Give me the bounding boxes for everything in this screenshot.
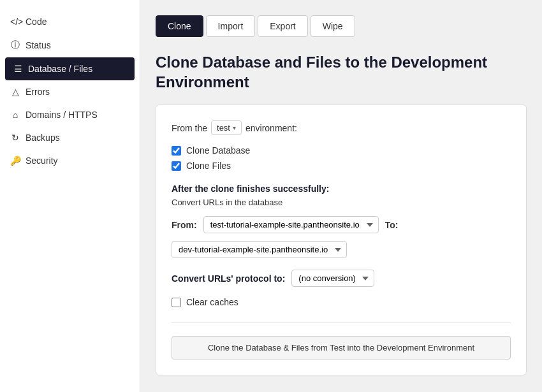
tab-import[interactable]: Import	[206, 15, 256, 37]
sidebar-item-code[interactable]: </> Code	[0, 10, 140, 33]
backups-icon: ↻	[10, 133, 20, 143]
env-select-arrow: ▾	[233, 124, 236, 131]
from-label: From:	[172, 220, 197, 230]
divider	[172, 323, 511, 323]
main-content: Clone Import Export Wipe Clone Database …	[140, 0, 542, 392]
after-clone-label: After the clone finishes successfully:	[172, 184, 511, 194]
protocol-label: Convert URLs' protocol to:	[172, 273, 285, 284]
tab-bar: Clone Import Export Wipe	[156, 15, 527, 37]
checkbox-group: Clone Database Clone Files	[172, 145, 511, 171]
tab-clone[interactable]: Clone	[156, 15, 203, 37]
clone-files-checkbox-label[interactable]: Clone Files	[172, 161, 511, 171]
sidebar-item-security[interactable]: 🔑 Security	[0, 149, 140, 172]
from-the-label: From the	[172, 123, 207, 133]
clear-caches-row: Clear caches	[172, 297, 511, 307]
sidebar-item-label: Status	[26, 40, 51, 50]
protocol-row: Convert URLs' protocol to: (no conversio…	[172, 270, 511, 287]
sidebar: </> Code ⓘ Status ☰ Database / Files △ E…	[0, 0, 140, 392]
page-title: Clone Database and Files to the Developm…	[156, 52, 527, 92]
sidebar-item-label: Database / Files	[28, 64, 92, 74]
domains-icon: ⌂	[10, 110, 20, 120]
status-icon: ⓘ	[10, 40, 20, 51]
database-icon: ☰	[13, 64, 23, 74]
clone-database-checkbox-label[interactable]: Clone Database	[172, 145, 511, 156]
sidebar-item-label: Security	[26, 156, 58, 166]
clone-button[interactable]: Clone the Database & Files from Test int…	[172, 336, 511, 359]
convert-urls-sublabel: Convert URLs in the database	[172, 198, 511, 207]
clone-database-checkbox[interactable]	[172, 146, 181, 156]
sidebar-item-domains-https[interactable]: ⌂ Domains / HTTPS	[0, 103, 140, 126]
to-label: To:	[385, 220, 399, 230]
to-url-select[interactable]: dev-tutorial-example-site.pantheonsite.i…	[172, 241, 347, 258]
to-dropdown-row: dev-tutorial-example-site.pantheonsite.i…	[172, 241, 511, 258]
clone-database-label: Clone Database	[186, 145, 250, 156]
clone-files-label: Clone Files	[186, 161, 231, 171]
clear-caches-label[interactable]: Clear caches	[172, 297, 511, 307]
environment-select[interactable]: test ▾	[211, 120, 242, 135]
sidebar-item-label: Backups	[26, 133, 60, 143]
errors-icon: △	[10, 87, 20, 97]
clone-card: From the test ▾ environment: Clone Datab…	[156, 105, 527, 375]
from-url-select[interactable]: test-tutorial-example-site.pantheonsite.…	[203, 216, 379, 233]
from-environment-row: From the test ▾ environment:	[172, 120, 511, 135]
code-icon: </>	[10, 17, 20, 27]
sidebar-item-label: Domains / HTTPS	[26, 110, 98, 120]
sidebar-item-backups[interactable]: ↻ Backups	[0, 126, 140, 149]
env-value: test	[217, 123, 230, 133]
protocol-select[interactable]: (no conversion)	[291, 270, 374, 287]
sidebar-item-database-files[interactable]: ☰ Database / Files	[5, 57, 135, 80]
security-icon: 🔑	[10, 156, 20, 166]
from-to-row: From: test-tutorial-example-site.pantheo…	[172, 216, 511, 233]
sidebar-item-errors[interactable]: △ Errors	[0, 80, 140, 103]
sidebar-item-label: Errors	[26, 87, 50, 97]
clear-caches-checkbox[interactable]	[172, 298, 181, 307]
tab-export[interactable]: Export	[258, 15, 307, 37]
tab-wipe[interactable]: Wipe	[311, 15, 355, 37]
clone-files-checkbox[interactable]	[172, 161, 181, 171]
clear-caches-text: Clear caches	[186, 297, 238, 307]
environment-label: environment:	[245, 123, 297, 133]
sidebar-item-label: Code	[26, 17, 47, 27]
sidebar-item-status[interactable]: ⓘ Status	[0, 33, 140, 57]
